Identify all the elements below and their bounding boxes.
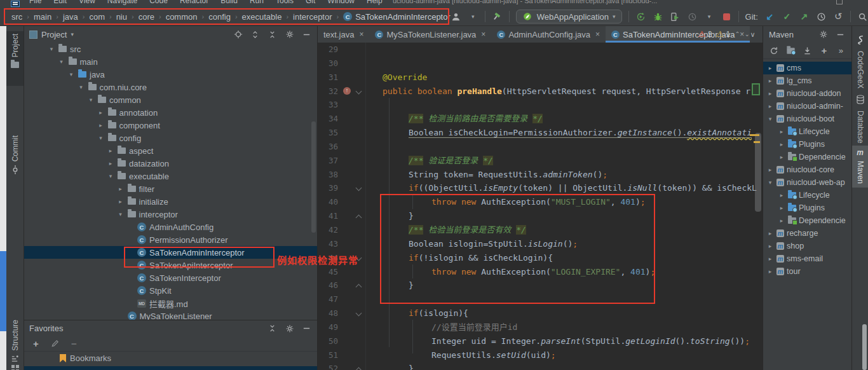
- overriding-method-icon[interactable]: ↑: [343, 87, 351, 95]
- menu-item-run[interactable]: Run: [250, 0, 264, 5]
- settings-icon[interactable]: [818, 29, 829, 40]
- close-icon[interactable]: ×: [481, 30, 485, 39]
- tree-item-config[interactable]: ▾config: [24, 132, 317, 144]
- tree-chevron-icon[interactable]: ▸: [117, 198, 125, 205]
- tree-item-aspect[interactable]: ▸aspect: [24, 144, 317, 157]
- tree-item-mysatokenlistener[interactable]: CMySaTokenListener: [24, 310, 317, 320]
- tree-chevron-icon[interactable]: ▸: [778, 128, 785, 135]
- edit-icon[interactable]: [50, 338, 60, 349]
- favorites-item-bookmarks[interactable]: Bookmarks: [24, 352, 317, 365]
- window-switcher-icon[interactable]: [11, 359, 19, 370]
- tree-chevron-icon[interactable]: ▸: [117, 186, 125, 192]
- tab-text-java[interactable]: text.java×: [318, 26, 369, 43]
- tree-chevron-icon[interactable]: ▸: [107, 147, 114, 154]
- maven-item-plugins[interactable]: ▸Plugins: [763, 138, 851, 151]
- app-icon[interactable]: [11, 1, 20, 7]
- stripe-tab-project[interactable]: Project: [6, 31, 24, 86]
- stripe-tab-database[interactable]: Database: [852, 92, 868, 138]
- tree-chevron-icon[interactable]: ▾: [766, 179, 774, 186]
- maven-item-niucloud-core[interactable]: ▸mniucloud-core: [763, 163, 851, 176]
- tree-chevron-icon[interactable]: ▸: [778, 154, 785, 160]
- dropdown-arrow[interactable]: ▾: [468, 11, 478, 22]
- tree-item-satokenapiinterceptor[interactable]: CSaTokenApiInterceptor: [24, 259, 317, 271]
- more-icon[interactable]: »: [836, 45, 846, 56]
- maven-item-sms-email[interactable]: ▸msms-email: [763, 252, 851, 265]
- tree-item-src[interactable]: ▾src: [24, 43, 317, 55]
- tree-chevron-icon[interactable]: ▾: [67, 71, 75, 78]
- tree-chevron-icon[interactable]: ▾: [97, 135, 105, 141]
- breadcrumb-item-niu[interactable]: niu: [116, 12, 127, 22]
- download-sources-icon[interactable]: [803, 45, 812, 56]
- coverage-icon[interactable]: [670, 11, 681, 22]
- fold-end-icon[interactable]: [356, 367, 362, 370]
- rollback-icon[interactable]: ↺: [833, 11, 844, 22]
- code-editor[interactable]: 293031@Override32↑public boolean preHand…: [318, 43, 763, 370]
- close-icon[interactable]: ×: [359, 30, 363, 39]
- breadcrumb-item-com[interactable]: com: [89, 12, 105, 22]
- tree-chevron-icon[interactable]: ▾: [58, 58, 65, 65]
- right-scrollbar[interactable]: [862, 324, 867, 370]
- tree-chevron-icon[interactable]: ▸: [766, 230, 774, 236]
- maven-item-plugins[interactable]: ▸Plugins: [763, 202, 851, 214]
- tree-item-dataization[interactable]: ▸dataization: [24, 157, 317, 170]
- breadcrumb-item-config[interactable]: config: [208, 12, 231, 22]
- fold-end-icon[interactable]: [356, 284, 362, 291]
- settings-icon[interactable]: [284, 29, 295, 40]
- tree-item-adminauthconfig[interactable]: CAdminAuthConfig: [24, 221, 317, 233]
- tree-chevron-icon[interactable]: ▸: [766, 103, 774, 109]
- breadcrumb-item-class[interactable]: CSaTokenAdminInterceptor: [343, 12, 451, 22]
- tree-item-com-niu-core[interactable]: ▾com.niu.core: [24, 81, 317, 93]
- tree-item-satokenadmininterceptor[interactable]: CSaTokenAdminInterceptor: [24, 246, 317, 259]
- stripe-tab-commit[interactable]: Commit: [6, 133, 24, 181]
- hide-icon[interactable]: [835, 29, 846, 40]
- prev-warning-icon[interactable]: ⌃: [735, 31, 740, 38]
- tree-chevron-icon[interactable]: ▸: [766, 268, 774, 275]
- locate-icon[interactable]: [233, 29, 243, 40]
- tree-item-md[interactable]: MD拦截器.md: [24, 297, 317, 310]
- settings-icon[interactable]: [284, 323, 295, 334]
- menu-item-build[interactable]: Build: [220, 0, 238, 5]
- menu-item-view[interactable]: View: [79, 0, 95, 5]
- collapse-all-icon[interactable]: [267, 29, 278, 40]
- tree-chevron-icon[interactable]: ▸: [766, 167, 774, 173]
- menu-item-help[interactable]: Help: [367, 0, 383, 5]
- refresh-icon[interactable]: [769, 45, 778, 56]
- add-icon[interactable]: +: [31, 338, 41, 349]
- breadcrumb-item-main[interactable]: main: [34, 12, 51, 22]
- tree-chevron-icon[interactable]: ▸: [766, 78, 774, 84]
- tree-chevron-icon[interactable]: ▾: [766, 116, 774, 122]
- history-icon[interactable]: [816, 11, 827, 22]
- tabs-list-chevron-icon[interactable]: ∨: [750, 31, 763, 39]
- maven-item-dependencie[interactable]: ▸Dependencie: [763, 214, 851, 227]
- tree-chevron-icon[interactable]: ▸: [107, 160, 114, 167]
- tree-chevron-icon[interactable]: ▸: [766, 256, 774, 262]
- maven-item-niucloud-web-ap[interactable]: ▾mniucloud-web-ap: [763, 176, 851, 189]
- tree-item-interceptor[interactable]: ▾interceptor: [24, 208, 317, 221]
- fold-open-icon[interactable]: [356, 88, 362, 94]
- next-warning-icon[interactable]: ⌄: [745, 31, 750, 38]
- tree-chevron-icon[interactable]: ▾: [87, 97, 95, 103]
- tree-chevron-icon[interactable]: ▸: [97, 109, 105, 116]
- tree-chevron-icon[interactable]: ▾: [48, 46, 55, 52]
- menu-item-window[interactable]: Window: [327, 0, 355, 5]
- expand-all-icon[interactable]: [250, 29, 261, 40]
- tree-chevron-icon[interactable]: ▸: [766, 65, 774, 71]
- menu-item-tools[interactable]: Tools: [276, 0, 294, 5]
- breadcrumb-item-core[interactable]: core: [139, 12, 154, 22]
- maven-item-recharge[interactable]: ▸mrecharge: [763, 227, 851, 240]
- run-configuration-select[interactable]: WebAppApplication▾: [516, 10, 622, 24]
- inspection-widget[interactable]: ⚠ 2 ⚠ 1 ⌃ ⌄: [698, 29, 750, 39]
- maven-item-cms[interactable]: ▸mcms: [763, 62, 851, 74]
- stop-icon[interactable]: [721, 11, 732, 22]
- tree-item-stpkit[interactable]: CStpKit: [24, 284, 317, 297]
- menu-item-git[interactable]: Git: [306, 0, 315, 5]
- maven-item-dependencie[interactable]: ▸Dependencie: [763, 151, 851, 163]
- menu-item-file[interactable]: File: [29, 0, 41, 5]
- tree-chevron-icon[interactable]: ▾: [117, 211, 125, 217]
- search-icon[interactable]: [857, 11, 868, 22]
- breadcrumb-item-java[interactable]: java: [63, 12, 78, 22]
- rerun-icon[interactable]: [635, 11, 646, 22]
- breadcrumb-item-interceptor[interactable]: interceptor: [293, 12, 332, 22]
- git-push-icon[interactable]: ↗: [799, 11, 810, 22]
- tab-adminauthconfig-java[interactable]: CAdminAuthConfig.java×: [491, 26, 606, 43]
